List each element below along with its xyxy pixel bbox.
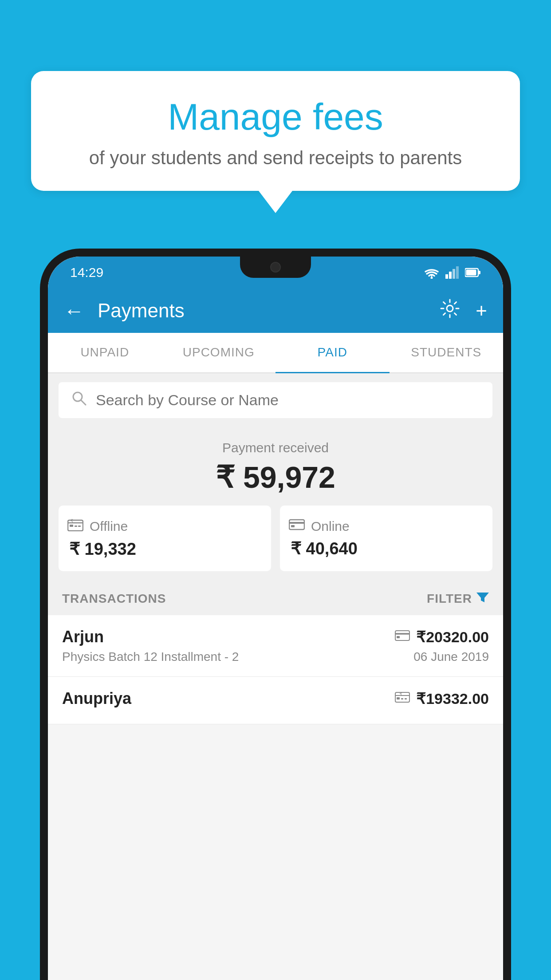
svg-rect-25 — [405, 698, 407, 699]
transaction-amount-arjun: ₹20320.00 — [416, 628, 489, 646]
payment-received-label: Payment received — [59, 440, 492, 455]
svg-rect-16 — [289, 520, 304, 530]
filter-icon — [476, 591, 489, 606]
transaction-amount-anupriya: ₹19332.00 — [416, 690, 489, 707]
transaction-offline-icon-anupriya: ₹ — [395, 691, 410, 707]
svg-text:₹: ₹ — [71, 518, 73, 523]
transaction-top-anupriya: Anupriya ₹ ₹19332.00 — [62, 689, 489, 708]
tab-unpaid[interactable]: UNPAID — [48, 333, 162, 372]
svg-rect-14 — [78, 526, 81, 527]
tabs: UNPAID UPCOMING PAID STUDENTS — [48, 333, 503, 373]
online-card-header: Online — [289, 518, 350, 534]
svg-rect-13 — [75, 526, 77, 527]
speech-bubble: Manage fees of your students and send re… — [31, 71, 520, 191]
transaction-bottom-arjun: Physics Batch 12 Installment - 2 06 June… — [62, 650, 489, 664]
transaction-amount-wrap-arjun: ₹20320.00 — [395, 628, 489, 646]
online-payment-card: Online ₹ 40,640 — [280, 506, 492, 571]
tab-upcoming[interactable]: UPCOMING — [162, 333, 276, 372]
svg-text:₹: ₹ — [399, 692, 402, 696]
offline-payment-card: ₹ Offline ₹ 19,332 — [59, 506, 271, 571]
transaction-top-arjun: Arjun ₹20320.00 — [62, 628, 489, 646]
svg-rect-12 — [70, 525, 73, 527]
online-label: Online — [311, 519, 350, 534]
svg-point-8 — [447, 305, 453, 312]
search-bar — [59, 382, 492, 418]
offline-icon: ₹ — [67, 518, 83, 535]
payment-cards: ₹ Offline ₹ 19,332 — [59, 506, 492, 571]
tab-students[interactable]: STUDENTS — [390, 333, 504, 372]
offline-amount: ₹ 19,332 — [67, 539, 136, 559]
wifi-icon — [424, 266, 439, 279]
svg-rect-4 — [456, 266, 459, 279]
search-icon — [71, 390, 87, 410]
filter-label: FILTER — [427, 592, 472, 606]
speech-bubble-pointer — [259, 191, 292, 213]
svg-rect-19 — [395, 631, 409, 640]
transaction-row-anupriya[interactable]: Anupriya ₹ ₹19332.00 — [48, 677, 503, 724]
signal-icon — [445, 266, 459, 279]
search-bar-container — [48, 373, 503, 427]
svg-rect-23 — [397, 697, 400, 699]
svg-rect-20 — [397, 636, 400, 638]
app-bar: ← Payments + — [48, 288, 503, 333]
transactions-label: TRANSACTIONS — [62, 592, 166, 606]
transaction-name-arjun: Arjun — [62, 628, 104, 646]
speech-bubble-subtitle: of your students and send receipts to pa… — [58, 147, 493, 169]
online-icon — [289, 518, 305, 534]
settings-icon[interactable] — [440, 299, 460, 323]
speech-bubble-title: Manage fees — [58, 95, 493, 138]
payment-total-amount: ₹ 59,972 — [59, 460, 492, 495]
search-input[interactable] — [96, 391, 480, 409]
notch-camera — [270, 262, 281, 273]
svg-rect-7 — [466, 270, 476, 276]
transaction-course-arjun: Physics Batch 12 Installment - 2 — [62, 650, 239, 664]
phone-frame: 14:29 — [40, 249, 511, 980]
app-bar-actions: + — [440, 299, 487, 323]
transactions-header: TRANSACTIONS FILTER — [48, 582, 503, 615]
transaction-date-arjun: 06 June 2019 — [413, 650, 489, 664]
svg-marker-18 — [476, 593, 489, 602]
phone-screen: 14:29 — [48, 257, 503, 980]
app-bar-title: Payments — [98, 300, 427, 322]
svg-point-0 — [431, 277, 433, 279]
status-time: 14:29 — [70, 265, 103, 280]
svg-line-10 — [81, 400, 86, 405]
svg-rect-6 — [478, 271, 480, 274]
battery-icon — [465, 268, 481, 277]
transaction-amount-wrap-anupriya: ₹ ₹19332.00 — [395, 690, 489, 707]
offline-label: Offline — [90, 519, 128, 534]
filter-button[interactable]: FILTER — [427, 591, 489, 606]
transaction-row[interactable]: Arjun ₹20320.00 Physics Batch 12 Install… — [48, 615, 503, 677]
status-icons — [424, 266, 481, 279]
transaction-name-anupriya: Anupriya — [62, 689, 131, 708]
add-icon[interactable]: + — [476, 300, 487, 322]
notch — [240, 257, 311, 278]
svg-rect-3 — [453, 269, 455, 279]
svg-rect-17 — [291, 525, 295, 527]
svg-rect-2 — [449, 272, 452, 279]
offline-card-header: ₹ Offline — [67, 518, 128, 535]
transaction-online-icon-arjun — [395, 629, 410, 645]
speech-bubble-container: Manage fees of your students and send re… — [31, 71, 520, 213]
tab-paid[interactable]: PAID — [276, 333, 390, 373]
svg-rect-24 — [401, 698, 403, 699]
svg-rect-1 — [445, 274, 448, 279]
online-amount: ₹ 40,640 — [289, 539, 358, 558]
back-button[interactable]: ← — [64, 299, 84, 323]
payment-summary: Payment received ₹ 59,972 — [48, 427, 503, 582]
